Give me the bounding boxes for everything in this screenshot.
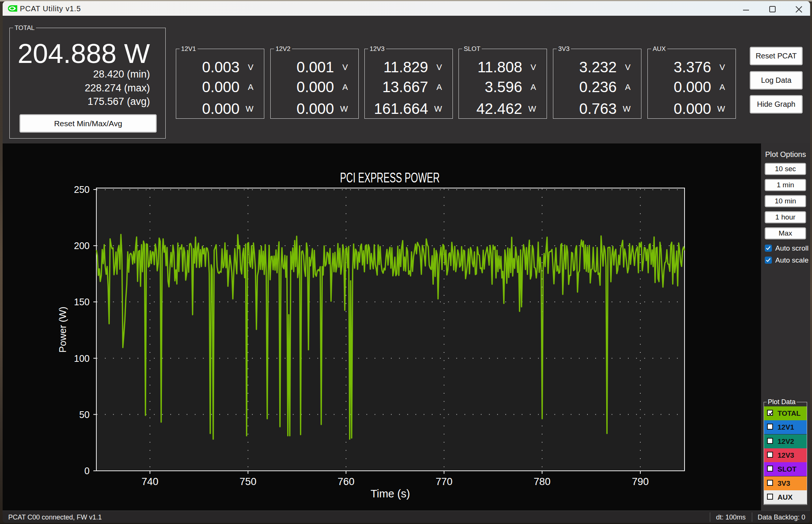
svg-text:780: 780 bbox=[533, 476, 550, 487]
svg-text:750: 750 bbox=[240, 476, 256, 487]
svg-text:760: 760 bbox=[337, 476, 354, 487]
svg-text:50: 50 bbox=[79, 409, 90, 420]
svg-text:200: 200 bbox=[74, 240, 90, 251]
svg-text:740: 740 bbox=[141, 476, 158, 487]
svg-text:770: 770 bbox=[436, 476, 452, 487]
svg-text:PCI EXPRESS POWER: PCI EXPRESS POWER bbox=[340, 170, 440, 185]
svg-text:250: 250 bbox=[74, 184, 90, 195]
svg-text:790: 790 bbox=[632, 476, 649, 487]
svg-text:Time (s): Time (s) bbox=[370, 488, 410, 500]
svg-text:150: 150 bbox=[74, 297, 90, 307]
svg-text:0: 0 bbox=[84, 466, 90, 476]
svg-text:100: 100 bbox=[74, 353, 90, 364]
svg-text:Power (W): Power (W) bbox=[57, 307, 68, 353]
